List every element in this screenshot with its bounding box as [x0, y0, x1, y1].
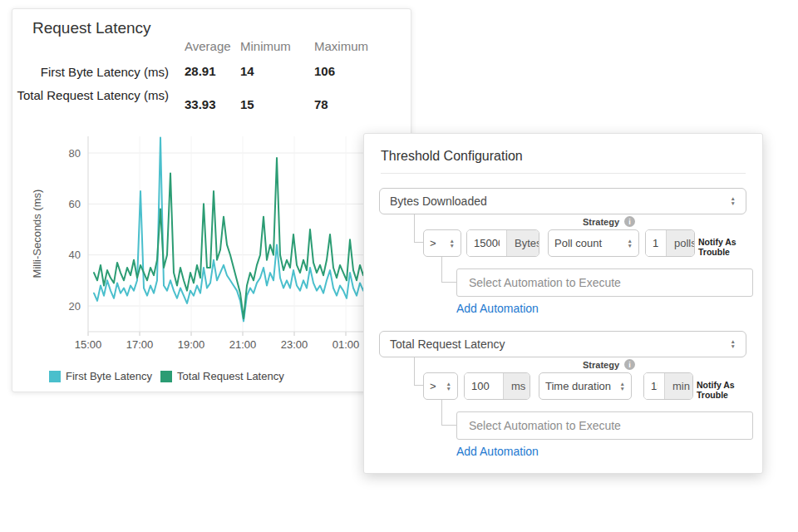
strategy-value-group: polls: [645, 229, 695, 257]
selected-strategy: Time duration: [545, 380, 611, 392]
stats-row-label: Total Request Latency (ms): [12, 87, 169, 103]
strategy-text: Strategy: [583, 360, 619, 370]
stats-cell: 14: [240, 64, 254, 78]
selected-attribute: Total Request Latency: [390, 337, 505, 351]
x-tick-label: 17:00: [126, 338, 154, 351]
strategy-value-input[interactable]: [646, 230, 666, 256]
screen: Request Latency Average Minimum Maximum …: [0, 0, 798, 532]
panel-title: Request Latency: [32, 19, 151, 37]
divider: [381, 173, 746, 174]
strategy-select[interactable]: Poll count: [548, 229, 639, 257]
strategy-label: Strategy: [583, 216, 635, 227]
strategy-value-group: min: [643, 372, 693, 400]
threshold-value-group: ms: [464, 372, 530, 400]
stats-cell: 33.93: [185, 97, 216, 111]
x-tick-label: 23:00: [281, 338, 308, 351]
unit-addon: min: [664, 373, 693, 399]
panel-title: Threshold Configuration: [381, 149, 523, 164]
y-tick-label: 40: [69, 249, 81, 261]
threshold-configuration-panel: Threshold Configuration Bytes Downloaded…: [363, 133, 763, 474]
add-automation-link[interactable]: Add Automation: [456, 445, 539, 458]
attribute-select-total-request-latency[interactable]: Total Request Latency: [379, 331, 746, 357]
strategy-select[interactable]: Time duration: [539, 372, 632, 400]
select-arrows-icon: [628, 239, 633, 249]
threshold-value-group: Bytes: [466, 229, 539, 257]
y-tick-label: 20: [69, 300, 81, 313]
select-arrows-icon: [731, 196, 736, 206]
stats-col-minimum: Minimum: [240, 39, 291, 53]
strategy-text: Strategy: [583, 217, 619, 227]
series-line: [94, 138, 410, 322]
select-arrows-icon: [446, 382, 451, 392]
legend-item-first-byte: First Byte Latency: [49, 370, 152, 382]
threshold-value-input[interactable]: [465, 373, 503, 399]
legend-swatch-icon: [160, 371, 172, 382]
x-tick-label: 01:00: [332, 338, 360, 351]
legend-item-total-request: Total Request Latency: [160, 370, 284, 382]
info-icon[interactable]: [624, 359, 635, 370]
unit-addon: ms: [503, 373, 530, 399]
automation-placeholder: Select Automation to Execute: [469, 276, 621, 289]
selected-attribute: Bytes Downloaded: [390, 195, 487, 208]
x-tick-label: 19:00: [178, 338, 205, 351]
operator-select[interactable]: >: [423, 372, 458, 400]
selected-strategy: Poll count: [554, 237, 602, 249]
y-tick-label: 60: [69, 198, 81, 210]
stats-col-maximum: Maximum: [314, 39, 368, 53]
stats-cell: 78: [314, 97, 328, 111]
unit-addon: Bytes: [506, 230, 539, 256]
request-latency-panel: Request Latency Average Minimum Maximum …: [12, 8, 411, 392]
stats-row-label: First Byte Latency (ms): [12, 64, 169, 80]
selected-operator: >: [430, 380, 436, 392]
tree-connector: [441, 257, 456, 283]
legend-label: Total Request Latency: [177, 370, 284, 382]
add-automation-link[interactable]: Add Automation: [456, 302, 539, 315]
notify-as-trouble-label: Notify As Trouble: [697, 380, 762, 400]
legend-label: First Byte Latency: [66, 370, 152, 382]
notify-as-trouble-label: Notify As Trouble: [698, 237, 762, 257]
legend-swatch-icon: [49, 371, 61, 382]
stats-col-average: Average: [185, 39, 231, 53]
tree-connector: [414, 214, 423, 243]
unit-addon: polls: [666, 230, 695, 256]
select-arrows-icon: [450, 239, 455, 249]
strategy-label: Strategy: [583, 359, 635, 370]
automation-select[interactable]: Select Automation to Execute: [456, 268, 753, 297]
stats-cell: 106: [314, 64, 335, 78]
info-icon[interactable]: [624, 216, 635, 227]
selected-operator: >: [430, 237, 436, 249]
latency-line-chart: 2040608015:0017:0019:0021:0023:0001:00Mi…: [12, 134, 412, 352]
stats-cell: 28.91: [185, 64, 216, 78]
tree-connector: [441, 400, 456, 426]
y-axis-title: Milli-Seconds (ms): [31, 190, 43, 278]
stats-cell: 15: [240, 97, 254, 111]
operator-select[interactable]: >: [423, 229, 461, 257]
strategy-value-input[interactable]: [644, 373, 664, 399]
chart-legend: First Byte Latency Total Request Latency: [49, 370, 284, 382]
select-arrows-icon: [620, 382, 625, 392]
threshold-value-input[interactable]: [467, 230, 506, 256]
automation-select[interactable]: Select Automation to Execute: [456, 411, 753, 440]
automation-placeholder: Select Automation to Execute: [469, 419, 621, 432]
x-tick-label: 21:00: [229, 338, 257, 351]
tree-connector: [414, 357, 423, 386]
select-arrows-icon: [731, 339, 736, 349]
attribute-select-bytes-downloaded[interactable]: Bytes Downloaded: [379, 188, 746, 214]
y-tick-label: 80: [69, 147, 81, 160]
x-tick-label: 15:00: [75, 338, 102, 351]
